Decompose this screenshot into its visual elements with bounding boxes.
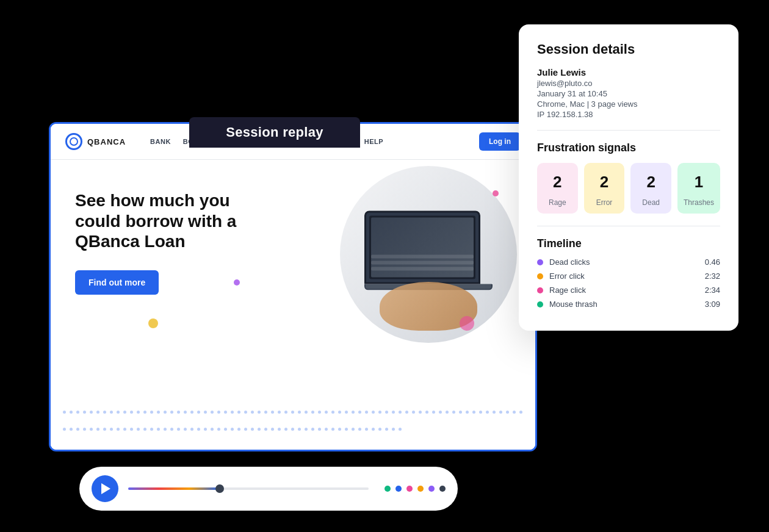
timeline-label-error: Error click [549,271,705,281]
timeline-list: Dead clicks 0.46 Error click 2:32 Rage c… [537,257,720,309]
hero-title: See how much you could borrow with a QBa… [75,190,275,252]
pdot-4 [417,486,424,492]
timeline-label-rage: Rage click [549,286,705,295]
signal-purple-dot [234,279,240,286]
timeline-label-thrash: Mouse thrash [549,300,705,309]
timeline-time-error: 2:32 [705,271,720,281]
user-browser: Chrome, Mac | 3 page views [537,99,720,109]
timeline-item-dead: Dead clicks 0.46 [537,257,720,267]
signal-error: 2 Error [584,163,625,214]
login-button[interactable]: Log in [479,132,521,151]
user-info: Julie Lewis jlewis@pluto.co January 31 a… [537,67,720,119]
panel-title: Session details [537,41,720,57]
play-icon [101,483,110,494]
nav-help[interactable]: HELP [364,138,383,145]
signal-thrash: 1 Thrashes [677,163,720,214]
timeline-time-thrash: 3:09 [705,300,720,309]
progress-fill [128,487,220,490]
signal-dot-bottom [460,316,474,331]
user-date: January 31 at 10:45 [537,89,720,98]
timeline-dot-thrash [537,301,543,307]
thrash-count: 1 [684,173,714,192]
timeline-dot-rage [537,287,543,293]
pdot-6 [439,486,446,492]
qbanca-logo-text: QBANCA [87,137,126,146]
session-panel: Session details Julie Lewis jlewis@pluto… [519,24,738,331]
timeline-label-dead: Dead clicks [549,257,705,267]
frustration-title: Frustration signals [537,142,720,154]
signals-grid: 2 Rage 2 Error 2 Dead 1 Thrashes [537,163,720,214]
qbanca-logo-icon [65,133,82,150]
pdot-5 [428,486,435,492]
pdot-1 [385,486,391,492]
timeline-item-error: Error click 2:32 [537,271,720,281]
user-email: jlewis@pluto.co [537,79,720,88]
session-replay-label: Session replay [226,124,323,140]
playbar [79,467,458,511]
signal-yellow-dot [148,318,158,328]
hero-image [340,166,535,386]
pdot-3 [406,486,413,492]
dead-label: Dead [642,198,660,207]
timeline-item-rage: Rage click 2:34 [537,286,720,295]
signal-dot-top [493,190,499,196]
nav-bank[interactable]: BANK [150,138,171,145]
laptop-illustration [364,211,493,290]
play-button[interactable] [92,475,118,502]
timeline-time-dead: 0.46 [705,257,720,267]
hero-area: See how much you could borrow with a QBa… [51,160,535,450]
user-ip: IP 192.158.1.38 [537,110,720,119]
find-out-button[interactable]: Find out more [75,270,159,295]
timeline-time-rage: 2:34 [705,286,720,295]
progress-track[interactable] [128,487,369,490]
rage-label: Rage [549,198,566,207]
user-name: Julie Lewis [537,67,720,77]
hero-left: See how much you could borrow with a QBa… [51,160,293,450]
error-label: Error [596,198,613,207]
divider-1 [537,130,720,131]
dead-count: 2 [637,173,665,192]
rage-count: 2 [543,173,572,192]
progress-thumb[interactable] [215,484,224,493]
timeline-title: Timeline [537,237,720,250]
pdot-2 [395,486,402,492]
signal-rage: 2 Rage [537,163,578,214]
laptop-circle [340,166,517,343]
qbanca-logo: QBANCA [65,133,126,150]
session-replay-bar: Session replay [189,117,360,148]
timeline-dot-dead [537,259,543,265]
timeline-dot-error [537,273,543,279]
divider-2 [537,226,720,226]
signal-dead: 2 Dead [630,163,671,214]
thrash-label: Thrashes [684,198,714,207]
timeline-item-thrash: Mouse thrash 3:09 [537,300,720,309]
progress-dots [385,486,446,492]
browser-window: QBANCA BANK BORROW CARDS SAVINGS MORTGAG… [49,122,537,451]
error-count: 2 [590,173,619,192]
